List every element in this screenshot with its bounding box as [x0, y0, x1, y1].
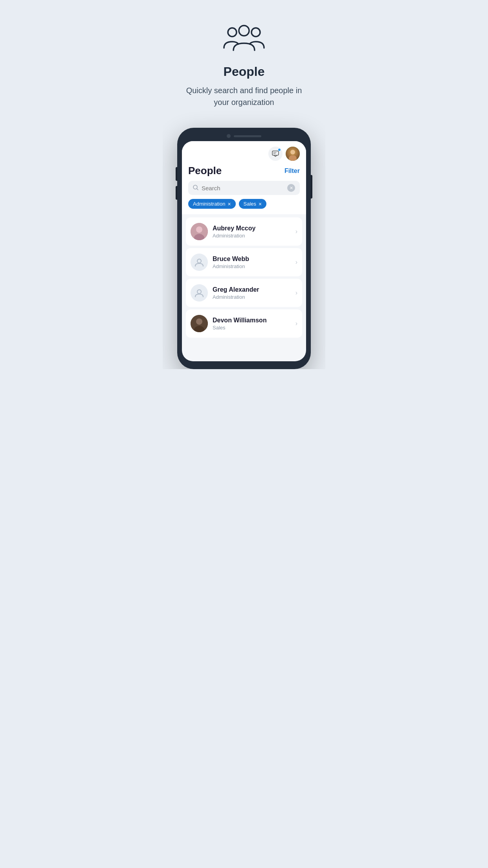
power-button — [311, 175, 312, 199]
svg-point-1 — [251, 28, 260, 37]
person-card-devon[interactable]: Devon Williamson Sales › — [186, 309, 302, 338]
chevron-right-icon-devon: › — [295, 320, 297, 327]
phone-mockup: People Filter ✕ Administration × — [177, 128, 311, 369]
person-dept-aubrey: Administration — [213, 233, 291, 239]
hero-title: People — [224, 64, 265, 79]
person-dept-devon: Sales — [213, 325, 291, 331]
people-list: Aubrey Mccoy Administration › Bruce Webb… — [182, 214, 306, 341]
search-icon — [193, 185, 198, 191]
hero-section: People Quickly search and find people in… — [163, 0, 325, 120]
person-avatar-greg — [191, 284, 208, 302]
chevron-right-icon-greg: › — [295, 289, 297, 296]
screen-title-row: People Filter — [188, 165, 300, 177]
person-info-devon: Devon Williamson Sales — [213, 317, 291, 331]
search-bar[interactable]: ✕ — [188, 181, 300, 195]
svg-point-14 — [197, 259, 201, 263]
screen-title: People — [188, 165, 222, 177]
phone-notch — [182, 134, 306, 138]
filter-tag-sales[interactable]: Sales × — [239, 199, 267, 209]
people-icon — [222, 24, 266, 57]
svg-point-17 — [196, 318, 202, 325]
person-name-greg: Greg Alexander — [213, 286, 291, 293]
person-info-aubrey: Aubrey Mccoy Administration — [213, 225, 291, 239]
person-name-devon: Devon Williamson — [213, 317, 291, 324]
volume-up-button — [176, 167, 177, 181]
svg-point-12 — [196, 226, 202, 233]
person-card-greg[interactable]: Greg Alexander Administration › — [186, 279, 302, 307]
svg-point-0 — [228, 28, 237, 37]
person-card-bruce[interactable]: Bruce Webb Administration › — [186, 248, 302, 276]
person-avatar-aubrey — [191, 223, 208, 240]
person-name-aubrey: Aubrey Mccoy — [213, 225, 291, 232]
filter-tag-label: Administration — [193, 201, 225, 207]
filter-tag-remove-sales[interactable]: × — [259, 201, 262, 207]
chevron-right-icon-bruce: › — [295, 259, 297, 266]
user-avatar-img — [286, 147, 300, 161]
person-dept-bruce: Administration — [213, 263, 291, 269]
camera-dot — [227, 134, 231, 138]
filter-tag-label: Sales — [244, 201, 257, 207]
person-name-bruce: Bruce Webb — [213, 256, 291, 263]
svg-point-2 — [239, 26, 249, 36]
filter-button[interactable]: Filter — [284, 167, 300, 175]
notification-dot — [278, 148, 281, 151]
speaker-bar — [234, 135, 261, 137]
notification-button[interactable] — [268, 147, 283, 161]
filter-tags-container: Administration × Sales × — [188, 199, 300, 209]
person-info-bruce: Bruce Webb Administration — [213, 256, 291, 269]
person-info-greg: Greg Alexander Administration — [213, 286, 291, 300]
svg-point-7 — [290, 150, 295, 154]
filter-tag-administration[interactable]: Administration × — [188, 199, 236, 209]
app-header: People Filter ✕ Administration × — [182, 141, 306, 214]
search-clear-button[interactable]: ✕ — [287, 184, 295, 192]
svg-line-10 — [197, 189, 198, 190]
chevron-right-icon-aubrey: › — [295, 228, 297, 235]
hero-subtitle: Quickly search and find people in your o… — [181, 85, 307, 108]
person-dept-greg: Administration — [213, 294, 291, 300]
volume-down-button — [176, 186, 177, 200]
top-bar — [188, 147, 300, 161]
svg-point-15 — [197, 290, 201, 294]
svg-rect-3 — [272, 151, 279, 155]
person-avatar-bruce — [191, 254, 208, 271]
search-input[interactable] — [202, 185, 287, 191]
filter-tag-remove-administration[interactable]: × — [227, 201, 231, 207]
person-avatar-devon — [191, 315, 208, 332]
person-card-aubrey[interactable]: Aubrey Mccoy Administration › — [186, 217, 302, 246]
user-avatar[interactable] — [286, 147, 300, 161]
phone-screen: People Filter ✕ Administration × — [182, 141, 306, 361]
